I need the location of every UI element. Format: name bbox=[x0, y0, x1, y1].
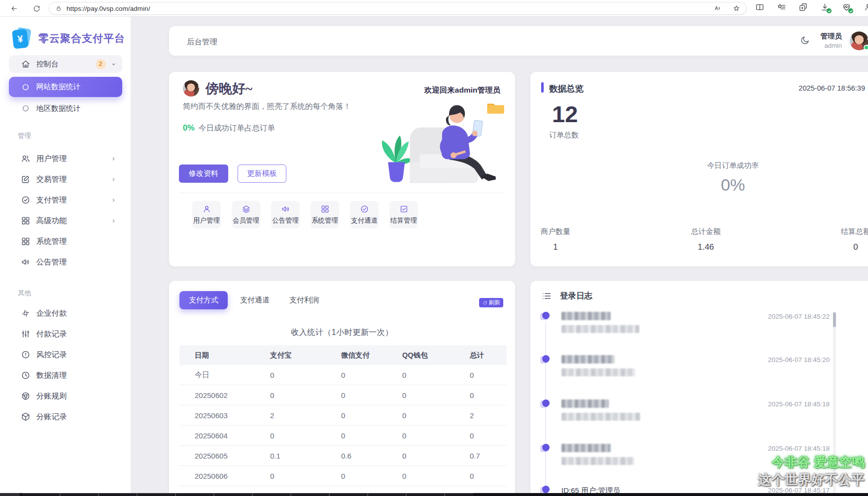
sidebar-item-数据清理[interactable]: 数据清理 bbox=[9, 365, 122, 386]
sidebar-item-region-stats[interactable]: 地区数据统计 bbox=[9, 99, 122, 118]
table-cell: 0 bbox=[454, 371, 507, 379]
split-screen-icon[interactable] bbox=[755, 2, 764, 12]
quick-link-支付通道[interactable]: 支付通道 bbox=[350, 201, 379, 229]
sidebar-item-交易管理[interactable]: 交易管理 bbox=[9, 169, 122, 190]
sidebar-item-console[interactable]: 控制台 2 bbox=[9, 55, 122, 73]
redacted-log-line bbox=[561, 325, 639, 333]
check-circle-icon bbox=[21, 195, 31, 205]
quick-link-结算管理[interactable]: 结算管理 bbox=[389, 201, 418, 229]
sidebar-item-label: 用户管理 bbox=[36, 154, 67, 164]
person-icon bbox=[202, 204, 211, 214]
chevron-right-icon bbox=[110, 217, 117, 225]
back-icon[interactable] bbox=[8, 2, 20, 14]
table-cell: 0 bbox=[387, 452, 454, 460]
tab-pay-profit[interactable]: 支付利润 bbox=[289, 296, 319, 305]
table-cell: 0 bbox=[387, 391, 454, 399]
user-info[interactable]: 管理员 admin bbox=[821, 32, 842, 49]
favorites-list-icon[interactable] bbox=[777, 2, 786, 12]
quick-link-label: 结算管理 bbox=[390, 216, 417, 225]
sliders-icon bbox=[21, 329, 31, 339]
dot bbox=[542, 355, 550, 363]
collections-icon[interactable] bbox=[799, 2, 808, 12]
quick-link-label: 公告管理 bbox=[272, 216, 299, 225]
refresh-button[interactable]: 刷新 bbox=[479, 298, 503, 307]
avatar bbox=[183, 80, 199, 97]
scrollbar-thumb[interactable] bbox=[833, 312, 836, 327]
dot bbox=[542, 312, 550, 319]
sidebar-item-site-stats[interactable]: 网站数据统计 bbox=[9, 77, 122, 97]
column-header: QQ钱包 bbox=[387, 351, 454, 360]
chevron-down-icon bbox=[110, 61, 117, 68]
update-template-button[interactable]: 更新模板 bbox=[238, 165, 286, 183]
downloads-icon[interactable] bbox=[820, 2, 830, 12]
sidebar-item-label: 系统管理 bbox=[36, 236, 67, 247]
quick-link-会员管理[interactable]: 会员管理 bbox=[232, 201, 260, 229]
sidebar-item-高级功能[interactable]: 高级功能 bbox=[9, 210, 122, 231]
browser-action-icons bbox=[755, 2, 868, 12]
quick-link-系统管理[interactable]: 系统管理 bbox=[311, 201, 339, 229]
watermark-green: 今非谷 爱意空鸣 bbox=[772, 454, 865, 471]
accent-bar bbox=[541, 82, 544, 93]
table-header-row: 日期支付宝微信支付QQ钱包总计 bbox=[179, 345, 507, 365]
quick-link-公告管理[interactable]: 公告管理 bbox=[271, 201, 300, 229]
redacted-log-line bbox=[561, 413, 640, 421]
sidebar-item-企业付款[interactable]: 企业付款 bbox=[9, 303, 122, 324]
profile-icon[interactable] bbox=[864, 2, 868, 12]
tab-pay-channel[interactable]: 支付通道 bbox=[240, 296, 270, 305]
sidebar-item-用户管理[interactable]: 用户管理 bbox=[9, 148, 122, 169]
user-name: admin bbox=[821, 42, 842, 49]
table-cell: 0 bbox=[454, 391, 507, 399]
column-header: 总计 bbox=[454, 351, 507, 360]
browser-essentials-icon[interactable] bbox=[842, 2, 851, 12]
url-text[interactable]: https://pay.0vsp.com/admin/ bbox=[67, 5, 150, 12]
reload-icon[interactable] bbox=[31, 2, 42, 14]
table-cell: 2 bbox=[255, 411, 326, 420]
app-title: 零云聚合支付平台 bbox=[38, 32, 125, 45]
table-cell: 今日 bbox=[179, 370, 255, 380]
avatar[interactable] bbox=[850, 32, 868, 50]
users-icon bbox=[21, 154, 31, 164]
sidebar: ¥ 零云聚合支付平台 控制台 2 网站数据统计地区数据统计 管理用户管理交易管理… bbox=[0, 17, 131, 496]
sidebar-item-风控记录[interactable]: 风控记录 bbox=[9, 344, 122, 365]
sidebar-item-分账记录[interactable]: 分账记录 bbox=[9, 406, 122, 427]
address-bar[interactable]: https://pay.0vsp.com/admin/ bbox=[49, 2, 747, 15]
check-circle-icon bbox=[360, 204, 369, 214]
redacted-log-line bbox=[561, 368, 635, 376]
browser-toolbar: https://pay.0vsp.com/admin/ bbox=[0, 0, 868, 17]
overview-timestamp: 2025-06-07 18:56:39 bbox=[799, 84, 865, 92]
table-cell: 0 bbox=[454, 431, 507, 440]
table-cell: 20250606 bbox=[179, 472, 255, 480]
table-row: 202506040000 bbox=[179, 426, 507, 446]
tab-pay-method[interactable]: 支付方式 bbox=[179, 291, 228, 309]
sidebar-item-支付管理[interactable]: 支付管理 bbox=[9, 190, 122, 210]
sidebar-item-label: 支付管理 bbox=[36, 195, 67, 205]
edit-profile-button[interactable]: 修改资料 bbox=[179, 165, 228, 183]
sidebar-item-分账规则[interactable]: 分账规则 bbox=[9, 386, 122, 406]
sidebar-item-公告管理[interactable]: 公告管理 bbox=[9, 252, 122, 272]
table-cell: 0 bbox=[454, 472, 507, 480]
log-entry: 2025-06-07 18:45:18 bbox=[530, 399, 866, 426]
timeline-dot bbox=[540, 312, 550, 322]
column-header: 日期 bbox=[179, 351, 255, 360]
console-count-badge: 2 bbox=[96, 59, 106, 69]
stat-total-amount: 总计金额 1.46 bbox=[691, 227, 721, 252]
favorite-star-icon[interactable] bbox=[732, 4, 740, 12]
read-aloud-icon[interactable] bbox=[714, 4, 722, 12]
table-cell: 0 bbox=[255, 371, 326, 379]
welcome-subtitle: 简约而不失优雅的界面，照亮了系统的每个角落！ bbox=[183, 101, 351, 112]
dark-mode-toggle[interactable] bbox=[800, 35, 812, 47]
sidebar-item-付款记录[interactable]: 付款记录 bbox=[9, 324, 122, 344]
table-cell: 20250603 bbox=[179, 411, 255, 420]
table-cell: 0 bbox=[255, 472, 326, 480]
app-logo[interactable]: ¥ 零云聚合支付平台 bbox=[13, 27, 131, 50]
data-overview-card: 数据总览 2025-06-07 18:56:39 12 订单总数 今日订单成功率… bbox=[530, 72, 868, 266]
table-cell: 0.6 bbox=[326, 452, 387, 460]
layers-icon bbox=[242, 204, 251, 214]
quick-link-用户管理[interactable]: 用户管理 bbox=[192, 201, 221, 229]
log-entry-time: 2025-06-07 18:45:18 bbox=[768, 400, 830, 408]
sidebar-item-系统管理[interactable]: 系统管理 bbox=[9, 231, 122, 252]
sidebar-item-label: 分账记录 bbox=[36, 412, 67, 422]
log-entry: 2025-06-07 18:45:20 bbox=[530, 355, 866, 382]
page-title: 后台管理 bbox=[187, 37, 217, 47]
circle-icon bbox=[21, 103, 31, 113]
